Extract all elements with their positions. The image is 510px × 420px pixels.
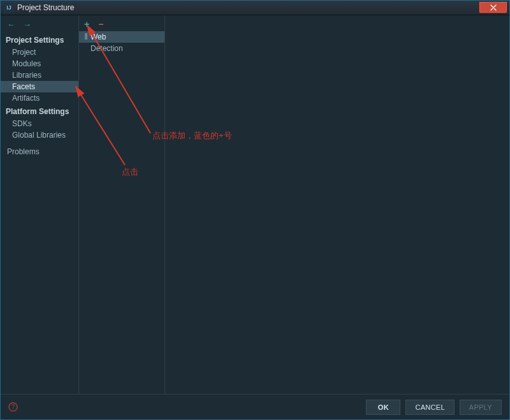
titlebar[interactable]: IJ Project Structure [1,1,509,15]
facet-details-pane [165,15,509,394]
group-header-platform-settings: Platform Settings [1,104,78,118]
window-close-button[interactable] [479,2,507,13]
nav-arrows: ← → [1,18,78,33]
apply-button[interactable]: APPLY [460,400,502,415]
dialog-footer: ? OK CANCEL APPLY [1,394,509,419]
app-icon: IJ [4,3,14,13]
facet-item-web[interactable]: Web [79,31,164,43]
back-arrow-icon[interactable]: ← [7,20,15,29]
add-facet-button[interactable]: + [84,20,89,29]
facets-list-pane: + − Web Detection [79,15,165,394]
sidebar-item-sdks[interactable]: SDKs [1,118,78,129]
group-header-project-settings: Project Settings [1,33,78,47]
sidebar-item-facets[interactable]: Facets [1,81,78,92]
forward-arrow-icon[interactable]: → [23,20,31,29]
sidebar-item-global-libraries[interactable]: Global Libraries [1,129,78,141]
sidebar-item-artifacts[interactable]: Artifacts [1,92,78,104]
content-row: ← → Project Settings Project Modules Lib… [1,15,509,394]
cancel-button[interactable]: CANCEL [405,400,454,415]
sidebar-item-problems[interactable]: Problems [1,146,78,157]
facet-item-detection[interactable]: Detection [79,43,164,54]
remove-facet-button[interactable]: − [98,20,103,29]
help-button[interactable]: ? [8,402,18,412]
window-title: Project Structure [17,3,74,12]
project-structure-window: IJ Project Structure ← → Project Setting… [0,0,510,420]
sidebar-item-libraries[interactable]: Libraries [1,69,78,81]
settings-sidebar: ← → Project Settings Project Modules Lib… [1,15,79,394]
dialog-body: ← → Project Settings Project Modules Lib… [1,15,509,419]
sidebar-item-project[interactable]: Project [1,47,78,58]
sidebar-item-modules[interactable]: Modules [1,58,78,69]
list-toolbar: + − [79,18,164,31]
ok-button[interactable]: OK [366,400,400,415]
